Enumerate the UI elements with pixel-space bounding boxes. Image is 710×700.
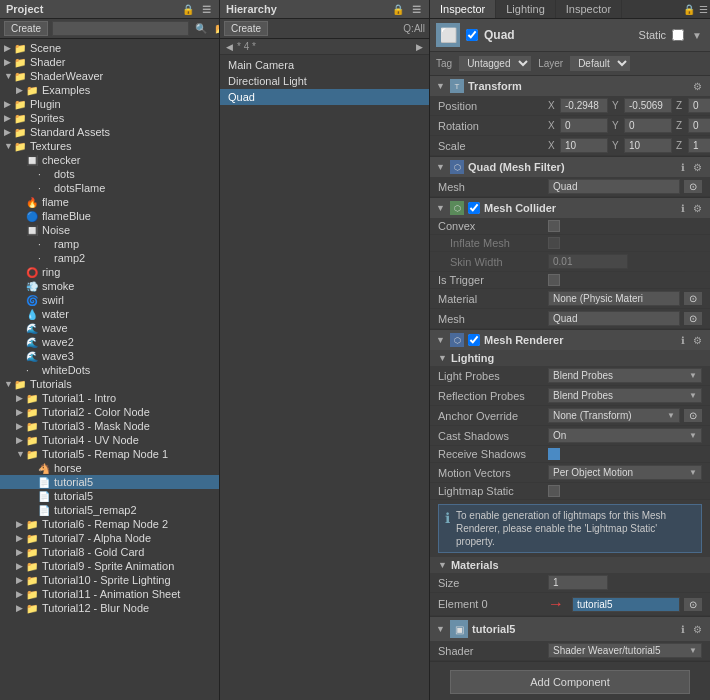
- static-checkbox[interactable]: [672, 29, 684, 41]
- inflate-mesh-checkbox[interactable]: [548, 237, 560, 249]
- rotation-x-input[interactable]: [560, 118, 608, 133]
- inspector-menu-icon[interactable]: ☰: [697, 4, 710, 15]
- project-tree-item-dotsflame[interactable]: ·dotsFlame: [0, 181, 219, 195]
- scale-z-input[interactable]: [688, 138, 710, 153]
- receive-shadows-checkbox[interactable]: [548, 448, 560, 460]
- project-search-icon[interactable]: 🔍: [193, 23, 209, 34]
- hierarchy-item-directional-light[interactable]: Directional Light: [220, 73, 429, 89]
- anchor-override-btn[interactable]: ⊙: [684, 409, 702, 422]
- project-lock-icon[interactable]: 🔒: [180, 4, 196, 15]
- element0-dropdown[interactable]: tutorial5: [572, 597, 680, 612]
- project-tree-item-water[interactable]: 💧water: [0, 307, 219, 321]
- project-tree-item-tutorial1[interactable]: ▶📁Tutorial1 - Intro: [0, 391, 219, 405]
- project-tree-item-examples[interactable]: ▶📁Examples: [0, 83, 219, 97]
- project-tree-item-shaderweaver[interactable]: ▼📁ShaderWeaver: [0, 69, 219, 83]
- project-tree-item-noise[interactable]: 🔲Noise: [0, 223, 219, 237]
- project-tree-item-tutorial4[interactable]: ▶📁Tutorial4 - UV Node: [0, 433, 219, 447]
- project-tree-item-tutorial5-sel[interactable]: 📄tutorial5: [0, 475, 219, 489]
- static-dropdown-icon[interactable]: ▼: [690, 30, 704, 41]
- rotation-z-input[interactable]: [688, 118, 710, 133]
- project-tree-item-whitedots[interactable]: ·whiteDots: [0, 363, 219, 377]
- skin-width-input[interactable]: [548, 254, 628, 269]
- mesh-collider-info-icon[interactable]: ℹ: [679, 203, 687, 214]
- project-tree-item-tutorial5-remap[interactable]: ▼📁Tutorial5 - Remap Node 1: [0, 447, 219, 461]
- collider-mesh-btn[interactable]: ⊙: [684, 312, 702, 325]
- hierarchy-create-button[interactable]: Create: [224, 21, 268, 36]
- project-tree-item-sprites[interactable]: ▶📁Sprites: [0, 111, 219, 125]
- convex-checkbox[interactable]: [548, 220, 560, 232]
- project-tree-item-wave[interactable]: 🌊wave: [0, 321, 219, 335]
- materials-size-input[interactable]: [548, 575, 608, 590]
- project-tree-item-ramp2[interactable]: ·ramp2: [0, 251, 219, 265]
- transform-header[interactable]: ▼ T Transform ⚙: [430, 76, 710, 96]
- project-tree-item-flame[interactable]: 🔥flame: [0, 195, 219, 209]
- inspector-lock-icon[interactable]: 🔒: [681, 4, 697, 15]
- tag-select[interactable]: Untagged: [458, 55, 532, 72]
- motion-vectors-dropdown[interactable]: Per Object Motion ▼: [548, 465, 702, 480]
- hierarchy-item-quad[interactable]: Quad: [220, 89, 429, 105]
- project-tree-item-tutorial3[interactable]: ▶📁Tutorial3 - Mask Node: [0, 419, 219, 433]
- element0-btn[interactable]: ⊙: [684, 598, 702, 611]
- project-tree-item-ring[interactable]: ⭕ring: [0, 265, 219, 279]
- project-tree-item-tutorial11[interactable]: ▶📁Tutorial11 - Animation Sheet: [0, 587, 219, 601]
- mesh-renderer-info-icon[interactable]: ℹ: [679, 335, 687, 346]
- tab-inspector2[interactable]: Inspector: [556, 0, 622, 18]
- project-tree-item-swirl[interactable]: 🌀swirl: [0, 293, 219, 307]
- tutorial5-material-settings-icon[interactable]: ⚙: [691, 624, 704, 635]
- add-component-button[interactable]: Add Component: [450, 670, 690, 694]
- light-probes-dropdown[interactable]: Blend Probes ▼: [548, 368, 702, 383]
- object-active-checkbox[interactable]: [466, 29, 478, 41]
- scale-y-input[interactable]: [624, 138, 672, 153]
- project-tree-item-textures[interactable]: ▼📁Textures: [0, 139, 219, 153]
- tutorial5-material-info-icon[interactable]: ℹ: [679, 624, 687, 635]
- hierarchy-item-main-camera[interactable]: Main Camera: [220, 57, 429, 73]
- project-tree-item-tutorial5-remap2[interactable]: 📄tutorial5_remap2: [0, 503, 219, 517]
- project-tree-item-wave3[interactable]: 🌊wave3: [0, 349, 219, 363]
- collider-material-btn[interactable]: ⊙: [684, 292, 702, 305]
- project-folder-icon[interactable]: 📂: [213, 23, 220, 34]
- mesh-collider-enabled-checkbox[interactable]: [468, 202, 480, 214]
- mesh-renderer-settings-icon[interactable]: ⚙: [691, 335, 704, 346]
- lightmap-static-checkbox[interactable]: [548, 485, 560, 497]
- project-tree-item-smoke[interactable]: 💨smoke: [0, 279, 219, 293]
- project-tree-item-tutorial2[interactable]: ▶📁Tutorial2 - Color Node: [0, 405, 219, 419]
- project-tree-item-tutorial6[interactable]: ▶📁Tutorial6 - Remap Node 2: [0, 517, 219, 531]
- mesh-filter-mesh-dropdown[interactable]: Quad: [548, 179, 680, 194]
- project-menu-icon[interactable]: ☰: [200, 4, 213, 15]
- position-y-input[interactable]: [624, 98, 672, 113]
- project-tree-item-dots[interactable]: ·dots: [0, 167, 219, 181]
- is-trigger-checkbox[interactable]: [548, 274, 560, 286]
- project-tree-item-tutorial5b[interactable]: 📄tutorial5: [0, 489, 219, 503]
- mesh-collider-header[interactable]: ▼ ⬡ Mesh Collider ℹ ⚙: [430, 198, 710, 218]
- project-tree-item-scene[interactable]: ▶📁Scene: [0, 41, 219, 55]
- cast-shadows-dropdown[interactable]: On ▼: [548, 428, 702, 443]
- reflection-probes-dropdown[interactable]: Blend Probes ▼: [548, 388, 702, 403]
- transform-settings-icon[interactable]: ⚙: [691, 81, 704, 92]
- project-tree-item-shader[interactable]: ▶📁Shader: [0, 55, 219, 69]
- collider-mesh-dropdown[interactable]: Quad: [548, 311, 680, 326]
- mesh-collider-settings-icon[interactable]: ⚙: [691, 203, 704, 214]
- project-tree-item-tutorial7[interactable]: ▶📁Tutorial7 - Alpha Node: [0, 531, 219, 545]
- rotation-y-input[interactable]: [624, 118, 672, 133]
- project-tree-item-tutorials[interactable]: ▼📁Tutorials: [0, 377, 219, 391]
- position-x-input[interactable]: [560, 98, 608, 113]
- project-search-input[interactable]: [52, 21, 189, 36]
- hierarchy-menu-icon[interactable]: ☰: [410, 4, 423, 15]
- shader-dropdown[interactable]: Shader Weaver/tutorial5 ▼: [548, 643, 702, 658]
- project-tree-item-standard-assets[interactable]: ▶📁Standard Assets: [0, 125, 219, 139]
- tutorial5-material-header[interactable]: ▼ ▣ tutorial5 ℹ ⚙: [430, 617, 710, 641]
- mesh-filter-mesh-btn[interactable]: ⊙: [684, 180, 702, 193]
- mesh-filter-settings-icon[interactable]: ⚙: [691, 162, 704, 173]
- tab-inspector1[interactable]: Inspector: [430, 0, 496, 18]
- hierarchy-lock-icon[interactable]: 🔒: [390, 4, 406, 15]
- project-tree-item-plugin[interactable]: ▶📁Plugin: [0, 97, 219, 111]
- project-create-button[interactable]: Create: [4, 21, 48, 36]
- project-tree-item-ramp[interactable]: ·ramp: [0, 237, 219, 251]
- project-tree-item-tutorial8[interactable]: ▶📁Tutorial8 - Gold Card: [0, 545, 219, 559]
- collider-material-dropdown[interactable]: None (Physic Materi: [548, 291, 680, 306]
- project-tree-item-wave2[interactable]: 🌊wave2: [0, 335, 219, 349]
- project-tree-item-horse[interactable]: 🐴horse: [0, 461, 219, 475]
- project-tree-item-flameblue[interactable]: 🔵flameBlue: [0, 209, 219, 223]
- mesh-filter-header[interactable]: ▼ ⬡ Quad (Mesh Filter) ℹ ⚙: [430, 157, 710, 177]
- mesh-filter-info-icon[interactable]: ℹ: [679, 162, 687, 173]
